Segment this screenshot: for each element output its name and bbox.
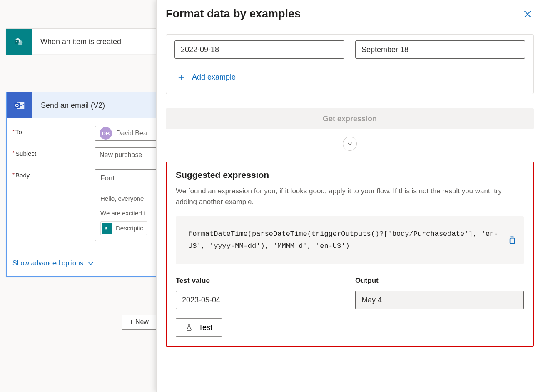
expand-toggle[interactable]: [343, 137, 357, 151]
chevron-down-icon: [347, 141, 353, 147]
svg-rect-5: [15, 103, 20, 108]
flask-icon: [185, 324, 193, 331]
test-value-label: Test value: [176, 277, 344, 285]
panel-title: Format data by examples: [166, 7, 301, 20]
test-value-input[interactable]: 2023-05-04: [176, 291, 344, 309]
dynamic-token[interactable]: S Descriptic: [100, 221, 147, 235]
example-input[interactable]: 2022-09-18: [174, 40, 344, 59]
output-value: May 4: [355, 291, 524, 309]
svg-text:S: S: [16, 40, 17, 43]
plus-icon: ＋: [176, 70, 186, 84]
test-button[interactable]: Test: [176, 318, 222, 337]
expression-text: formatDateTime(parseDateTime(triggerOutp…: [188, 230, 498, 250]
to-value: David Bea: [116, 130, 147, 137]
copy-icon: [507, 235, 516, 245]
divider: [166, 137, 534, 151]
panel-header: Format data by examples: [157, 0, 543, 28]
suggested-expression-card: Suggested expression We found an express…: [166, 162, 534, 347]
suggested-heading: Suggested expression: [176, 170, 524, 180]
format-data-panel: Format data by examples 2022-09-18 Septe…: [156, 0, 543, 392]
sharepoint-icon: S: [6, 29, 32, 55]
to-label: *To: [12, 126, 95, 135]
chevron-down-icon: [87, 260, 94, 267]
body-label: *Body: [12, 169, 95, 179]
copy-button[interactable]: [507, 235, 516, 245]
output-label: Output: [355, 277, 524, 285]
subject-label: *Subject: [12, 147, 95, 157]
example-output[interactable]: September 18: [355, 40, 525, 59]
suggested-description: We found an expression for you; if it lo…: [176, 186, 524, 208]
sharepoint-chip-icon: S: [102, 223, 112, 234]
avatar: DB: [100, 127, 112, 140]
get-expression-button[interactable]: Get expression: [166, 108, 534, 129]
close-icon: [523, 10, 532, 19]
add-example-button[interactable]: ＋ Add example: [174, 70, 236, 84]
outlook-icon: [7, 92, 32, 118]
new-step-button[interactable]: + New: [122, 315, 157, 330]
svg-rect-9: [510, 238, 515, 244]
close-button[interactable]: [523, 10, 532, 19]
examples-card: 2022-09-18 September 18 ＋ Add example: [166, 34, 534, 94]
expression-code: formatDateTime(parseDateTime(triggerOutp…: [176, 216, 524, 265]
